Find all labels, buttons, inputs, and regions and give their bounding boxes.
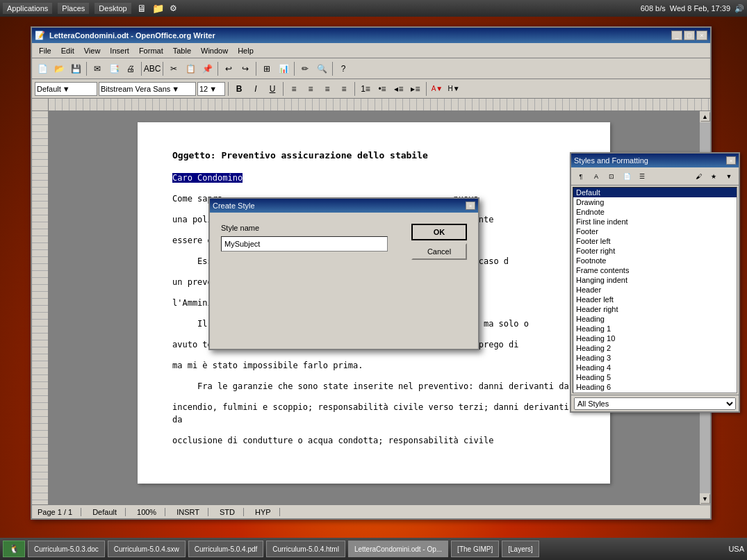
highlight-button[interactable]: H▼ [446, 81, 461, 97]
find-button[interactable]: 🔍 [314, 61, 329, 76]
email-button[interactable]: ✉ [90, 61, 105, 76]
style-name-input[interactable] [221, 236, 388, 252]
indent-less-button[interactable]: ◂≡ [391, 81, 407, 97]
menu-window[interactable]: Window [197, 45, 232, 56]
menu-help[interactable]: Help [233, 45, 258, 56]
style-menu-button[interactable]: ▼ [722, 170, 736, 183]
save-button[interactable]: 💾 [68, 61, 83, 76]
style-item[interactable]: Endnote [573, 207, 737, 217]
chart-button[interactable]: 📊 [276, 61, 291, 76]
cut-button[interactable]: ✂ [166, 61, 181, 76]
style-item[interactable]: Footer left [573, 236, 737, 246]
size-dropdown[interactable]: 12 ▼ [197, 82, 225, 96]
doc-para-10[interactable]: Fra le garanzie che sono state inserite … [172, 380, 575, 393]
panel-close-button[interactable]: × [726, 156, 736, 165]
numbering-button[interactable]: 1≡ [358, 81, 373, 97]
styles-list[interactable]: DefaultDrawingEndnoteFirst line indentFo… [573, 187, 737, 393]
char-styles-button[interactable]: A [589, 170, 603, 183]
taskbar-active-app[interactable]: LetteraCondomini.odt - Op... [348, 541, 448, 557]
menu-insert[interactable]: Insert [106, 45, 133, 56]
taskbar-app-4[interactable]: Curriculum-5.0.4.html [266, 541, 345, 557]
style-item[interactable]: Footnote [573, 256, 737, 265]
align-left-button[interactable]: ≡ [286, 81, 302, 97]
scroll-down-button[interactable]: ▼ [700, 494, 710, 504]
maximize-button[interactable]: □ [684, 31, 695, 40]
style-item[interactable]: Footer right [573, 246, 737, 256]
style-item[interactable]: Default [573, 188, 737, 197]
new-button[interactable]: 📄 [35, 61, 50, 76]
style-item[interactable]: Heading 10 [573, 333, 737, 343]
volume-icon[interactable]: 🔊 [734, 4, 744, 13]
font-dropdown[interactable]: Bitstream Vera Sans ▼ [99, 82, 196, 96]
start-button[interactable]: 🐧 [3, 541, 25, 557]
redo-button[interactable]: ↪ [238, 61, 253, 76]
taskbar-layers[interactable]: [Layers] [502, 541, 539, 557]
menu-edit[interactable]: Edit [57, 45, 79, 56]
close-button[interactable]: × [696, 31, 707, 40]
doc-selected-paragraph[interactable]: Caro Condominо [172, 172, 575, 184]
copy-button[interactable]: 📋 [183, 61, 198, 76]
taskbar-gimp[interactable]: [The GIMP] [451, 541, 499, 557]
style-item[interactable]: Heading 1 [573, 324, 737, 333]
menu-file[interactable]: File [35, 45, 56, 56]
style-item[interactable]: Header right [573, 304, 737, 314]
print-button[interactable]: 🖨 [123, 61, 138, 76]
justify-button[interactable]: ≡ [336, 81, 352, 97]
list-styles-button[interactable]: ☰ [635, 170, 649, 183]
style-item[interactable]: Hanging indent [573, 275, 737, 285]
menu-format[interactable]: Format [135, 45, 167, 56]
panel-controls[interactable]: × [726, 156, 736, 165]
draw-button[interactable]: ✏ [297, 61, 313, 76]
help-button[interactable]: ? [336, 61, 351, 76]
style-item[interactable]: Heading 6 [573, 382, 737, 392]
style-dropdown[interactable]: Default ▼ [35, 82, 97, 96]
app-menu-desktop[interactable]: Desktop [95, 3, 131, 14]
bullets-button[interactable]: •≡ [375, 81, 390, 97]
para-styles-button[interactable]: ¶ [574, 170, 588, 183]
font-color-button[interactable]: A▼ [429, 81, 445, 97]
style-item[interactable]: Heading 5 [573, 372, 737, 382]
doc-para-11[interactable]: incendio, fulmini e scoppio; responsabil… [172, 401, 575, 426]
style-item[interactable]: First line indent [573, 217, 737, 227]
scroll-up-button[interactable]: ▲ [700, 112, 710, 122]
style-item[interactable]: Footer [573, 227, 737, 236]
paste-button[interactable]: 📌 [199, 61, 215, 76]
cancel-button[interactable]: Cancel [411, 243, 467, 260]
window-controls[interactable]: _ □ × [671, 31, 707, 40]
fill-styles-button[interactable]: 🖌 [691, 170, 705, 183]
undo-button[interactable]: ↩ [221, 61, 236, 76]
style-filter-dropdown[interactable]: All Styles [574, 397, 736, 410]
open-button[interactable]: 📂 [51, 61, 67, 76]
underline-button[interactable]: U [265, 81, 280, 97]
taskbar-app-2[interactable]: Curriculum-5.0.4.sxw [108, 541, 186, 557]
style-item[interactable]: Frame contents [573, 265, 737, 275]
style-item[interactable]: Heading [573, 314, 737, 324]
menu-table[interactable]: Table [169, 45, 195, 56]
style-item[interactable]: Heading 3 [573, 353, 737, 363]
spellcheck-button[interactable]: ABC [145, 61, 160, 76]
frame-styles-button[interactable]: ⊡ [605, 170, 618, 183]
taskbar-app-3[interactable]: Curriculum-5.0.4.pdf [188, 541, 264, 557]
align-right-button[interactable]: ≡ [320, 81, 335, 97]
style-item[interactable]: Heading 4 [573, 363, 737, 372]
style-item[interactable]: Header [573, 285, 737, 295]
new-style-button[interactable]: ★ [707, 170, 721, 183]
app-menu-applications[interactable]: Applications [3, 3, 52, 14]
app-menu-places[interactable]: Places [58, 3, 89, 14]
style-item[interactable]: Heading 7 [573, 392, 737, 393]
table-button[interactable]: ⊞ [259, 61, 274, 76]
italic-button[interactable]: I [248, 81, 263, 97]
page-styles-button[interactable]: 📄 [620, 170, 634, 183]
pdf-button[interactable]: 📑 [106, 61, 122, 76]
ok-button[interactable]: OK [411, 224, 467, 240]
style-item[interactable]: Drawing [573, 197, 737, 207]
dialog-close-button[interactable]: × [466, 201, 475, 210]
menu-view[interactable]: View [80, 45, 105, 56]
minimize-button[interactable]: _ [671, 31, 682, 40]
align-center-button[interactable]: ≡ [303, 81, 318, 97]
style-item[interactable]: Heading 2 [573, 343, 737, 353]
indent-more-button[interactable]: ▸≡ [408, 81, 423, 97]
doc-para-12[interactable]: occlusione di condutture o acqua condott… [172, 434, 575, 447]
style-item[interactable]: Header left [573, 295, 737, 304]
taskbar-app-1[interactable]: Curriculum-5.0.3.doc [28, 541, 105, 557]
